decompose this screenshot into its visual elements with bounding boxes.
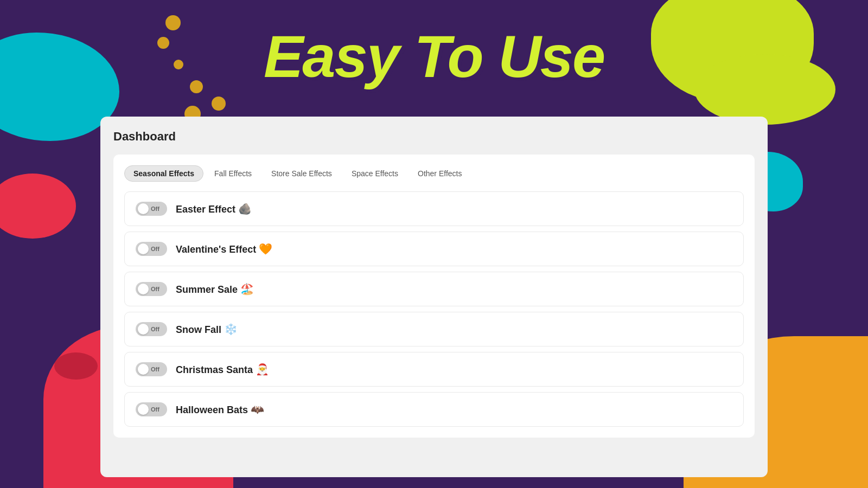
tab-space[interactable]: Space Effects xyxy=(343,166,407,181)
effect-emoji-easter: 🪨 xyxy=(238,203,252,215)
toggle-label-snowfall: Off xyxy=(151,326,159,332)
toggle-label-halloween: Off xyxy=(151,406,159,413)
effect-name-halloween: Halloween Bats 🦇 xyxy=(176,403,264,416)
effect-row-snowfall: Off Snow Fall ❄️ xyxy=(124,312,744,346)
toggle-easter[interactable]: Off xyxy=(136,202,167,216)
dashboard-title: Dashboard xyxy=(113,130,755,144)
toggle-label-summer: Off xyxy=(151,286,159,292)
bg-blob-red-left xyxy=(0,174,76,239)
effect-name-summer: Summer Sale 🏖️ xyxy=(176,282,254,296)
toggle-knob-valentine xyxy=(138,243,149,254)
toggle-valentine[interactable]: Off xyxy=(136,242,167,256)
effect-name-snowfall: Snow Fall ❄️ xyxy=(176,323,238,336)
effect-name-easter: Easter Effect 🪨 xyxy=(176,202,252,215)
effect-name-valentine: Valentine's Effect 🧡 xyxy=(176,242,272,255)
effect-row-christmas: Off Christmas Santa 🎅 xyxy=(124,352,744,387)
effect-emoji-christmas: 🎅 xyxy=(256,363,269,375)
effect-emoji-valentine: 🧡 xyxy=(259,243,272,255)
effect-name-christmas: Christmas Santa 🎅 xyxy=(176,363,269,376)
tabs-container: Seasonal Effects Fall Effects Store Sale… xyxy=(113,155,755,438)
effect-emoji-summer: 🏖️ xyxy=(240,283,254,295)
tab-store-sale[interactable]: Store Sale Effects xyxy=(263,166,341,181)
toggle-knob-christmas xyxy=(138,364,149,375)
tab-seasonal[interactable]: Seasonal Effects xyxy=(124,165,203,182)
toggle-knob-easter xyxy=(138,203,149,214)
toggle-knob-halloween xyxy=(138,404,149,415)
hero-title: Easy To Use xyxy=(0,22,868,91)
toggle-halloween[interactable]: Off xyxy=(136,402,167,416)
toggle-label-easter: Off xyxy=(151,206,159,212)
effect-emoji-snowfall: ❄️ xyxy=(224,323,238,335)
effect-row-halloween: Off Halloween Bats 🦇 xyxy=(124,392,744,427)
bg-blob-pink-small xyxy=(54,352,98,380)
effect-emoji-halloween: 🦇 xyxy=(251,403,264,415)
toggle-christmas[interactable]: Off xyxy=(136,362,167,376)
toggle-label-christmas: Off xyxy=(151,366,159,373)
toggle-knob-summer xyxy=(138,284,149,294)
toggle-summer[interactable]: Off xyxy=(136,282,167,296)
tab-other[interactable]: Other Effects xyxy=(409,166,470,181)
effect-row-summer: Off Summer Sale 🏖️ xyxy=(124,272,744,306)
coin-decoration-5 xyxy=(212,97,226,111)
tabs-row: Seasonal Effects Fall Effects Store Sale… xyxy=(124,165,744,182)
dashboard-panel: Dashboard Seasonal Effects Fall Effects … xyxy=(100,117,768,477)
tab-fall[interactable]: Fall Effects xyxy=(206,166,260,181)
toggle-label-valentine: Off xyxy=(151,246,159,252)
effect-row-valentine: Off Valentine's Effect 🧡 xyxy=(124,232,744,266)
effect-row-easter: Off Easter Effect 🪨 xyxy=(124,191,744,226)
toggle-knob-snowfall xyxy=(138,324,149,335)
toggle-snowfall[interactable]: Off xyxy=(136,322,167,336)
